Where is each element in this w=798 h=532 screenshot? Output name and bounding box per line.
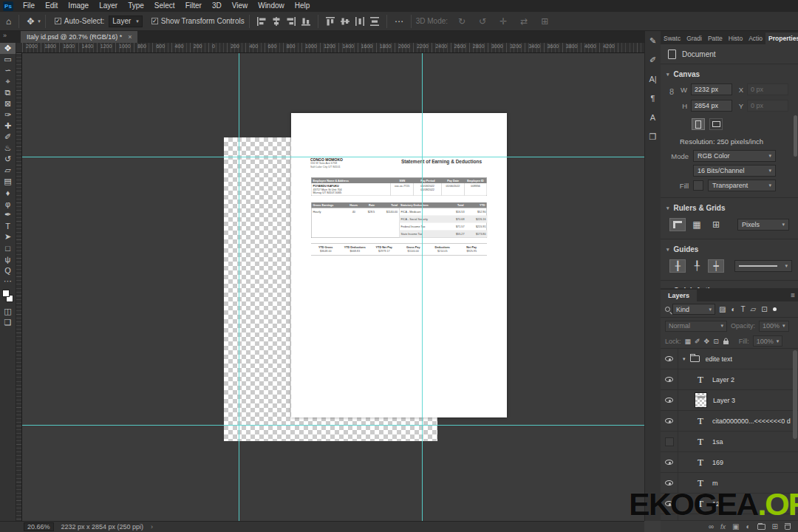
visibility-toggle[interactable] bbox=[661, 369, 678, 390]
align-right-edges-icon[interactable] bbox=[286, 16, 296, 27]
crop-tool[interactable]: ⧉ bbox=[0, 87, 16, 98]
tab-layers[interactable]: Layers bbox=[661, 290, 697, 301]
pen-tool[interactable]: ✒ bbox=[0, 209, 16, 220]
opacity-input[interactable]: 100%▾ bbox=[759, 321, 789, 332]
character-panel-icon[interactable]: A| bbox=[649, 69, 656, 89]
document-tab[interactable]: Italy id.psd @ 20.7% (RGB/16) * × bbox=[21, 31, 137, 43]
guide-vertical-right[interactable] bbox=[422, 53, 423, 521]
blend-mode-dropdown[interactable]: Normal▾ bbox=[665, 321, 727, 332]
adjustment-brush-icon[interactable]: ✎ bbox=[649, 31, 656, 50]
edit-toolbar[interactable]: ⋯ bbox=[0, 276, 16, 287]
gradient-tool[interactable]: ▤ bbox=[0, 176, 16, 187]
clear-guides-button[interactable]: ┿ bbox=[708, 259, 724, 273]
move-tool[interactable]: ✥ bbox=[0, 43, 16, 54]
zoom-tool[interactable]: Q bbox=[0, 265, 16, 276]
fill-input[interactable]: 100%▾ bbox=[753, 335, 783, 347]
layer-mask-icon[interactable]: ▣ bbox=[732, 522, 739, 532]
filter-smart-objects-icon[interactable]: ⊡ bbox=[760, 305, 768, 313]
healing-brush-tool[interactable]: ✚ bbox=[0, 120, 16, 132]
menu-item[interactable]: Window bbox=[253, 0, 290, 12]
width-input[interactable]: 2232 px bbox=[691, 83, 732, 95]
lock-paint-icon[interactable]: ✐ bbox=[695, 338, 700, 345]
menu-item[interactable]: Layer bbox=[94, 0, 123, 12]
menu-item[interactable]: 3D bbox=[207, 0, 227, 12]
color-swatches[interactable] bbox=[0, 288, 16, 306]
adjustment-layer-icon[interactable]: ◐ bbox=[746, 522, 751, 532]
hand-tool[interactable]: ψ bbox=[0, 253, 16, 265]
zoom-level-input[interactable]: 20.66% bbox=[24, 522, 54, 531]
layers-panel-menu-icon[interactable]: ≡ bbox=[791, 291, 798, 301]
layer-row[interactable]: T cita0000000...<<<<<<<0 d bbox=[661, 411, 798, 432]
visibility-toggle[interactable] bbox=[661, 452, 678, 473]
menu-item[interactable]: Filter bbox=[180, 0, 207, 12]
portrait-orientation-button[interactable] bbox=[692, 118, 705, 130]
show-transform-checkbox[interactable]: ✓ bbox=[151, 18, 158, 24]
new-layer-icon[interactable]: ⊞ bbox=[772, 522, 778, 532]
guide-horizontal-bottom[interactable] bbox=[22, 425, 644, 426]
link-layers-icon[interactable]: ∞ bbox=[709, 522, 714, 532]
filter-adjustment-layers-icon[interactable]: ◐ bbox=[729, 305, 737, 313]
rulers-grids-section-header[interactable]: ▾ Rulers & Grids bbox=[661, 198, 798, 215]
auto-select-dropdown[interactable]: Layer▾ bbox=[109, 16, 143, 27]
distribute-horizontal-icon[interactable] bbox=[355, 16, 365, 27]
layer-name[interactable]: Layer 3 bbox=[713, 397, 735, 404]
guide-style-dropdown[interactable]: ▾ bbox=[734, 260, 792, 272]
tab-patterns[interactable]: Patte bbox=[705, 33, 726, 44]
align-vertical-centers-icon[interactable] bbox=[340, 16, 350, 27]
visibility-toggle[interactable] bbox=[661, 411, 678, 432]
filter-toggle-icon[interactable] bbox=[773, 307, 777, 311]
tab-gradients[interactable]: Gradi bbox=[683, 33, 705, 44]
quick-actions-section-header[interactable]: ▾ Quick Actions bbox=[661, 281, 798, 288]
history-brush-tool[interactable]: ↺ bbox=[0, 154, 16, 165]
frame-tool[interactable]: ⊠ bbox=[0, 98, 16, 109]
tab-history[interactable]: Histo bbox=[726, 33, 746, 44]
expand-chevron-icon[interactable]: ▾ bbox=[683, 356, 686, 362]
guide-vertical-left[interactable] bbox=[239, 53, 239, 521]
lasso-tool[interactable]: ∽ bbox=[0, 65, 16, 76]
vertical-ruler[interactable] bbox=[16, 53, 22, 521]
menu-item[interactable]: Image bbox=[63, 0, 94, 12]
bit-depth-dropdown[interactable]: 16 Bits/Channel▾ bbox=[693, 165, 776, 177]
object-selection-tool[interactable]: ⌖ bbox=[0, 76, 16, 87]
glyphs-panel-icon[interactable]: A bbox=[650, 108, 655, 127]
layer-effects-icon[interactable]: fx bbox=[720, 523, 726, 531]
clone-stamp-tool[interactable]: ♨ bbox=[0, 143, 16, 154]
lock-artboard-icon[interactable]: ⊡ bbox=[713, 338, 719, 345]
dodge-tool[interactable]: φ bbox=[0, 198, 16, 209]
height-input[interactable]: 2854 px bbox=[691, 100, 732, 112]
tab-actions[interactable]: Actio bbox=[746, 33, 765, 44]
eyedropper-tool[interactable]: ✑ bbox=[0, 109, 16, 120]
tab-properties[interactable]: Properties bbox=[765, 33, 798, 44]
lock-transparency-icon[interactable]: ▦ bbox=[685, 338, 692, 345]
tab-swatches[interactable]: Swatc bbox=[661, 33, 683, 44]
filter-type-layers-icon[interactable]: T bbox=[740, 305, 747, 313]
toolbar-overflow-icon[interactable]: » bbox=[3, 32, 7, 39]
rectangle-tool[interactable]: □ bbox=[0, 242, 16, 253]
link-dimensions-icon[interactable]: 8 bbox=[669, 87, 674, 96]
new-group-icon[interactable] bbox=[757, 524, 765, 530]
toggle-pixel-grid-button[interactable]: ⊞ bbox=[708, 218, 724, 231]
brush-tool[interactable]: ✐ bbox=[0, 132, 16, 143]
layer-name[interactable]: 1sa bbox=[712, 438, 723, 446]
close-tab-icon[interactable]: × bbox=[128, 33, 132, 41]
move-tool-icon[interactable]: ✥ bbox=[24, 16, 37, 27]
layer-name[interactable]: cita0000000...<<<<<<<0 d bbox=[712, 417, 791, 425]
align-top-edges-icon[interactable] bbox=[325, 16, 335, 27]
layers-scrollbar[interactable] bbox=[793, 350, 797, 439]
layer-name[interactable]: Layer 2 bbox=[712, 376, 734, 383]
menu-item[interactable]: Help bbox=[290, 0, 316, 12]
filter-shape-layers-icon[interactable]: ▱ bbox=[749, 305, 758, 313]
color-mode-dropdown[interactable]: RGB Color▾ bbox=[693, 150, 776, 162]
visibility-toggle[interactable] bbox=[661, 349, 678, 369]
home-icon[interactable]: ⌂ bbox=[3, 16, 14, 27]
menu-item[interactable]: View bbox=[227, 0, 253, 12]
path-selection-tool[interactable]: ➤ bbox=[0, 231, 16, 242]
menu-item[interactable]: File bbox=[18, 0, 40, 12]
lock-guides-button[interactable]: ╀ bbox=[689, 259, 705, 273]
ruler-units-dropdown[interactable]: Pixels▾ bbox=[737, 219, 789, 231]
lock-all-icon[interactable] bbox=[723, 338, 729, 345]
fill-dropdown[interactable]: Transparent▾ bbox=[708, 180, 776, 191]
landscape-orientation-button[interactable] bbox=[709, 118, 723, 130]
guides-section-header[interactable]: ▾ Guides bbox=[661, 239, 798, 256]
quick-mask-button[interactable]: ◫ bbox=[0, 306, 16, 317]
